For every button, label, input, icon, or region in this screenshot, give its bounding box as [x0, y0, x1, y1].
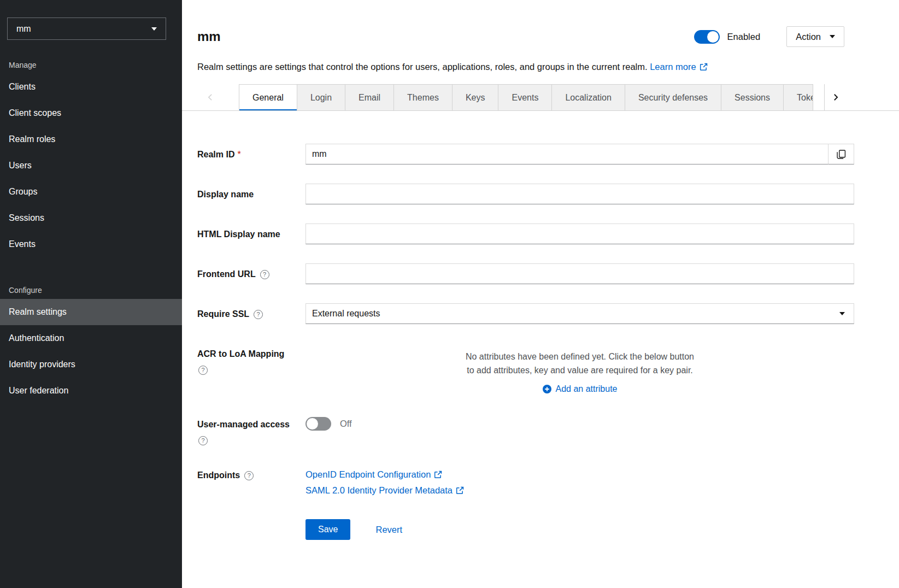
tab-bar-filler: [846, 84, 899, 111]
frontend-url-row: Frontend URL?: [197, 263, 854, 284]
html-display-name-label: HTML Display name: [197, 224, 305, 240]
sidebar-item-groups[interactable]: Groups: [0, 179, 182, 205]
sidebar-item-client-scopes[interactable]: Client scopes: [0, 100, 182, 126]
acr-loa-row: ACR to LoA Mapping ? No attributes have …: [197, 343, 854, 395]
display-name-row: Display name: [197, 184, 854, 204]
sidebar-item-identity-providers[interactable]: Identity providers: [0, 351, 182, 378]
user-managed-access-field: Off: [305, 414, 854, 431]
sidebar-item-realm-settings[interactable]: Realm settings: [0, 299, 182, 325]
realm-selector-value: mm: [16, 24, 31, 34]
tabs-viewport: General Login Email Themes Keys Events L…: [239, 84, 824, 111]
require-ssl-field: [305, 303, 854, 324]
require-ssl-label: Require SSL?: [197, 303, 305, 320]
saml-metadata-link[interactable]: SAML 2.0 Identity Provider Metadata: [305, 483, 854, 498]
endpoints-label: Endpoints?: [197, 464, 305, 481]
nav-section-configure: Configure: [0, 278, 182, 299]
page-title: mm: [197, 28, 221, 45]
display-name-label: Display name: [197, 184, 305, 201]
add-attribute-label: Add an attribute: [556, 384, 618, 394]
main-content: mm Enabled Action Realm settings are set…: [182, 0, 899, 588]
user-managed-access-toggle[interactable]: [305, 417, 331, 431]
html-display-name-row: HTML Display name: [197, 224, 854, 244]
display-name-input[interactable]: [305, 184, 854, 204]
acr-loa-label: ACR to LoA Mapping ?: [197, 343, 305, 375]
header-controls: Enabled Action: [694, 26, 844, 47]
realm-id-label: Realm ID*: [197, 144, 305, 161]
sidebar-item-users[interactable]: Users: [0, 152, 182, 179]
external-link-icon: [434, 471, 442, 479]
require-ssl-value[interactable]: [305, 303, 854, 324]
form-actions: Save Revert: [197, 519, 854, 540]
tab-login[interactable]: Login: [297, 84, 345, 110]
chevron-down-icon: [830, 35, 835, 38]
sidebar-item-sessions[interactable]: Sessions: [0, 205, 182, 231]
endpoints-row: Endpoints? OpenID Endpoint Configuration…: [197, 464, 854, 498]
nav-section-manage: Manage: [0, 53, 182, 74]
chevron-right-icon: [832, 93, 839, 102]
realm-selector-dropdown[interactable]: mm: [7, 17, 166, 40]
user-managed-access-state: Off: [340, 419, 352, 429]
saml-metadata-label: SAML 2.0 Identity Provider Metadata: [305, 485, 453, 495]
learn-more-link[interactable]: Learn more: [650, 62, 707, 72]
tab-security-defenses[interactable]: Security defenses: [625, 84, 721, 110]
tab-sessions[interactable]: Sessions: [721, 84, 784, 110]
realm-enabled-toggle[interactable]: [694, 30, 720, 44]
learn-more-label: Learn more: [650, 62, 696, 72]
require-ssl-select[interactable]: [305, 303, 854, 324]
frontend-url-field: [305, 263, 854, 284]
save-button[interactable]: Save: [305, 519, 350, 540]
chevron-down-icon: [151, 27, 157, 31]
copy-icon: [837, 150, 846, 159]
help-icon[interactable]: ?: [198, 366, 208, 375]
page-description: Realm settings are settings that control…: [197, 62, 648, 72]
acr-loa-empty-state: No attributes have been defined yet. Cli…: [465, 343, 695, 377]
tab-themes[interactable]: Themes: [394, 84, 453, 110]
enabled-label: Enabled: [727, 32, 761, 42]
help-icon[interactable]: ?: [254, 310, 263, 319]
tab-bar: General Login Email Themes Keys Events L…: [182, 84, 899, 111]
user-managed-access-label: User-managed access ?: [197, 414, 305, 445]
sidebar-item-clients[interactable]: Clients: [0, 74, 182, 100]
tab-localization[interactable]: Localization: [552, 84, 625, 110]
tab-general[interactable]: General: [239, 84, 297, 110]
external-link-icon: [700, 63, 708, 71]
tabs-scroll-right-button[interactable]: [824, 84, 846, 111]
openid-endpoint-label: OpenID Endpoint Configuration: [305, 469, 431, 479]
tabs-scroll-left-button: [182, 84, 239, 111]
sidebar-item-user-federation[interactable]: User federation: [0, 378, 182, 404]
toggle-knob: [707, 31, 719, 43]
acr-loa-field: No attributes have been defined yet. Cli…: [305, 343, 854, 395]
action-dropdown-button[interactable]: Action: [786, 26, 844, 47]
copy-button[interactable]: [828, 144, 854, 164]
sidebar-item-events[interactable]: Events: [0, 231, 182, 257]
add-attribute-button[interactable]: Add an attribute: [305, 384, 854, 395]
toggle-knob: [307, 418, 318, 430]
display-name-field: [305, 184, 854, 204]
page-description-row: Realm settings are settings that control…: [182, 54, 899, 73]
user-managed-access-row: User-managed access ? Off: [197, 414, 854, 445]
sidebar-item-authentication[interactable]: Authentication: [0, 325, 182, 351]
realm-id-field: [305, 144, 854, 164]
app-window: mm Manage Clients Client scopes Realm ro…: [0, 0, 899, 588]
chevron-left-icon: [207, 93, 214, 102]
frontend-url-input[interactable]: [305, 263, 854, 284]
sidebar-item-realm-roles[interactable]: Realm roles: [0, 126, 182, 152]
tab-keys[interactable]: Keys: [453, 84, 499, 110]
frontend-url-label: Frontend URL?: [197, 263, 305, 280]
tab-email[interactable]: Email: [345, 84, 394, 110]
revert-button[interactable]: Revert: [372, 524, 406, 536]
sidebar: mm Manage Clients Client scopes Realm ro…: [0, 0, 182, 588]
help-icon[interactable]: ?: [244, 471, 254, 480]
realm-id-input[interactable]: [305, 144, 829, 164]
html-display-name-input[interactable]: [305, 224, 854, 244]
realm-id-row: Realm ID*: [197, 144, 854, 164]
help-icon[interactable]: ?: [198, 436, 208, 445]
chevron-down-icon: [839, 312, 845, 315]
require-ssl-row: Require SSL?: [197, 303, 854, 324]
sidebar-nav: Manage Clients Client scopes Realm roles…: [0, 53, 182, 404]
openid-endpoint-link[interactable]: OpenID Endpoint Configuration: [305, 467, 854, 483]
tab-tokens[interactable]: Tokens: [784, 84, 813, 110]
help-icon[interactable]: ?: [260, 270, 269, 279]
tab-events[interactable]: Events: [498, 84, 552, 110]
plus-circle-icon: [543, 385, 551, 393]
